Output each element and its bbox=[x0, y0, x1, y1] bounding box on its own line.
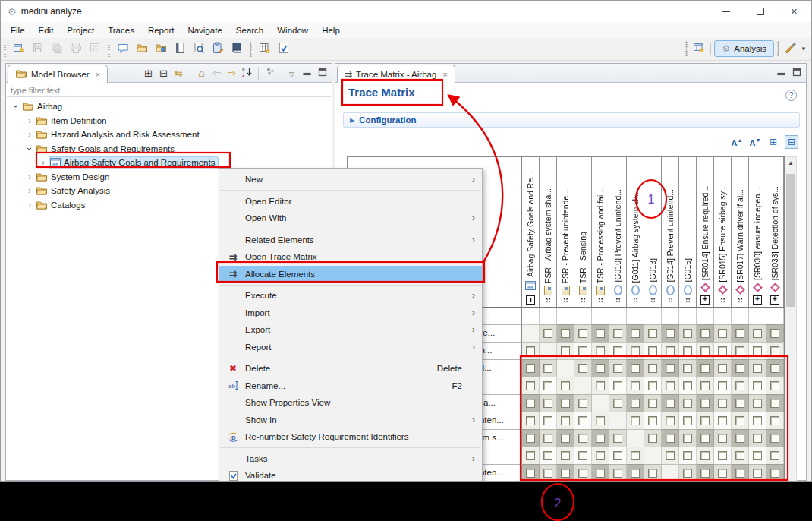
matrix-vertical-scrollbar[interactable]: ▲ bbox=[785, 156, 797, 482]
matrix-checkbox[interactable] bbox=[596, 346, 605, 355]
matrix-checkbox[interactable] bbox=[596, 451, 605, 460]
matrix-checkbox[interactable] bbox=[718, 399, 727, 408]
collapse-bar-icon[interactable] bbox=[526, 295, 535, 305]
matrix-column-header[interactable]: [SR017] Warn driver if ai... bbox=[732, 157, 749, 307]
collapse-all-button[interactable]: ⊟ bbox=[785, 135, 798, 149]
matrix-column-header[interactable]: TSR - Processing and fai... bbox=[592, 157, 609, 307]
notebook-button[interactable] bbox=[172, 41, 188, 58]
matrix-checkbox[interactable] bbox=[648, 434, 657, 443]
tree-item-item-definition[interactable]: ›Item Definition bbox=[6, 114, 332, 128]
matrix-checkbox[interactable] bbox=[753, 416, 762, 425]
back-button[interactable]: ⇦ bbox=[209, 65, 224, 81]
menu-item-import[interactable]: Import› bbox=[219, 305, 482, 322]
menu-item-new[interactable]: New› bbox=[219, 171, 482, 188]
matrix-checkbox[interactable] bbox=[578, 329, 587, 338]
matrix-checkbox[interactable] bbox=[735, 434, 744, 443]
expand-plus-icon[interactable]: + bbox=[753, 295, 762, 305]
matrix-checkbox[interactable] bbox=[578, 469, 587, 478]
matrix-checkbox[interactable] bbox=[596, 329, 605, 338]
matrix-checkbox[interactable] bbox=[683, 329, 692, 338]
matrix-checkbox[interactable] bbox=[543, 399, 552, 408]
menu-item-open-trace-matrix[interactable]: ⇉Open Trace Matrix bbox=[219, 248, 482, 266]
matrix-checkbox[interactable] bbox=[770, 451, 779, 460]
font-increase-button[interactable]: A▲ bbox=[730, 135, 744, 149]
matrix-checkbox[interactable] bbox=[700, 451, 710, 460]
matrix-checkbox[interactable] bbox=[718, 469, 727, 478]
matrix-column-header[interactable]: [SR014] Ensure required ...+ bbox=[697, 157, 714, 307]
matrix-checkbox[interactable] bbox=[543, 451, 552, 460]
matrix-checkbox[interactable] bbox=[613, 346, 622, 355]
trace-table-button[interactable] bbox=[257, 41, 273, 58]
matrix-checkbox[interactable] bbox=[526, 364, 535, 373]
matrix-checkbox[interactable] bbox=[648, 381, 657, 390]
matrix-checkbox[interactable] bbox=[578, 364, 587, 373]
tree-item-safety-goals-and-requirements[interactable]: ›Safety Goals and Requirements bbox=[6, 142, 332, 156]
matrix-checkbox[interactable] bbox=[526, 346, 535, 355]
chevron-right-icon[interactable]: › bbox=[24, 115, 35, 126]
matrix-checkbox[interactable] bbox=[613, 381, 622, 390]
matrix-checkbox[interactable] bbox=[718, 381, 727, 390]
matrix-checkbox[interactable] bbox=[578, 416, 587, 425]
matrix-checkbox[interactable] bbox=[648, 416, 657, 425]
matrix-column-header[interactable]: [G014] Prevent unintend... bbox=[662, 157, 679, 307]
menu-item-report[interactable]: Report› bbox=[219, 339, 482, 356]
matrix-checkbox[interactable] bbox=[561, 434, 570, 443]
sort-az-button[interactable]: az bbox=[240, 65, 254, 81]
matrix-checkbox[interactable] bbox=[631, 469, 640, 478]
matrix-checkbox[interactable] bbox=[718, 346, 727, 355]
matrix-checkbox[interactable] bbox=[648, 469, 657, 478]
menu-item-show-in[interactable]: Show In› bbox=[219, 412, 482, 429]
matrix-checkbox[interactable] bbox=[735, 451, 744, 460]
matrix-checkbox[interactable] bbox=[648, 399, 657, 408]
matrix-checkbox[interactable] bbox=[735, 329, 744, 338]
filter-input[interactable] bbox=[7, 84, 331, 97]
matrix-checkbox[interactable] bbox=[543, 469, 552, 478]
chevron-right-icon[interactable]: › bbox=[24, 185, 35, 196]
matrix-checkbox[interactable] bbox=[700, 381, 710, 390]
menu-item-export[interactable]: Export› bbox=[219, 321, 482, 339]
matrix-column-header[interactable]: Airbag Safety Goals and Re... bbox=[522, 157, 540, 307]
tab-close-icon[interactable]: × bbox=[96, 70, 100, 79]
menu-project[interactable]: Project bbox=[60, 24, 101, 36]
matrix-checkbox[interactable] bbox=[753, 434, 762, 443]
matrix-checkbox[interactable] bbox=[561, 469, 570, 478]
tab-trace-matrix-airbag[interactable]: ⇉ Trace Matrix - Airbag × bbox=[337, 65, 455, 83]
view-menu-button[interactable]: ▽ bbox=[285, 65, 299, 81]
matrix-checkbox[interactable] bbox=[561, 451, 570, 460]
matrix-checkbox[interactable] bbox=[753, 399, 762, 408]
model-book-button[interactable] bbox=[228, 41, 245, 58]
chevron-right-icon[interactable]: › bbox=[38, 157, 49, 168]
matrix-checkbox[interactable] bbox=[613, 364, 622, 373]
matrix-checkbox[interactable] bbox=[718, 416, 727, 425]
menu-item-validate[interactable]: Validate bbox=[219, 467, 482, 482]
matrix-checkbox[interactable] bbox=[683, 416, 692, 425]
task-clipboard-button[interactable] bbox=[209, 41, 226, 58]
search-document-button[interactable] bbox=[190, 41, 207, 58]
forward-button[interactable]: ⇨ bbox=[225, 65, 239, 81]
matrix-checkbox[interactable] bbox=[718, 329, 727, 338]
open-model-button[interactable] bbox=[153, 41, 169, 58]
matrix-checkbox[interactable] bbox=[753, 364, 762, 373]
menu-edit[interactable]: Edit bbox=[32, 24, 61, 36]
matrix-checkbox[interactable] bbox=[770, 329, 779, 338]
menu-traces[interactable]: Traces bbox=[101, 24, 141, 36]
window-maximize-button[interactable] bbox=[743, 1, 777, 22]
menu-item-rename-[interactable]: abRename...F2 bbox=[219, 377, 482, 395]
configuration-section-header[interactable]: ▶ Configuration bbox=[343, 112, 800, 128]
scroll-up-arrow-icon[interactable]: ▲ bbox=[785, 157, 796, 169]
matrix-checkbox[interactable] bbox=[666, 434, 675, 443]
matrix-checkbox[interactable] bbox=[683, 346, 692, 355]
matrix-checkbox[interactable] bbox=[666, 451, 675, 460]
matrix-checkbox[interactable] bbox=[578, 399, 587, 408]
collapse-all-button[interactable]: ⊟ bbox=[156, 65, 171, 81]
matrix-checkbox[interactable] bbox=[700, 346, 710, 355]
matrix-checkbox[interactable] bbox=[631, 416, 640, 425]
menu-item-open-with[interactable]: Open With› bbox=[219, 210, 482, 227]
home-button[interactable]: ⌂ bbox=[194, 65, 209, 81]
tab-close-icon[interactable]: × bbox=[442, 70, 447, 79]
matrix-checkbox[interactable] bbox=[561, 329, 570, 338]
expand-plus-icon[interactable]: + bbox=[770, 295, 779, 305]
expand-all-button[interactable]: ⊞ bbox=[141, 65, 156, 81]
matrix-checkbox[interactable] bbox=[700, 416, 710, 425]
matrix-checkbox[interactable] bbox=[770, 364, 779, 373]
